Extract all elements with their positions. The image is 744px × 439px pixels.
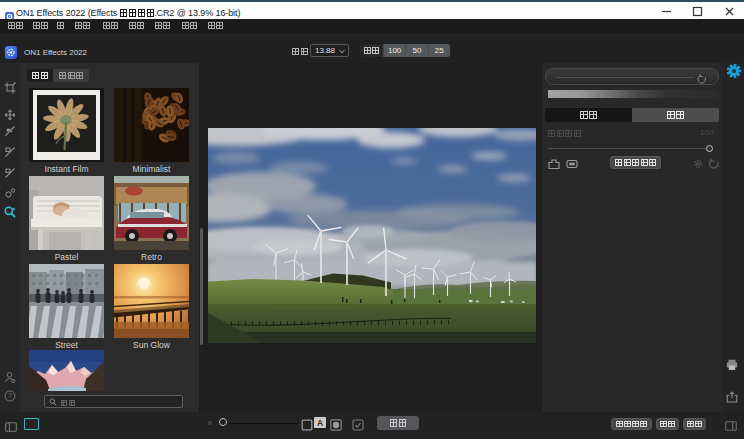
svg-text:?: ? [8, 392, 12, 399]
